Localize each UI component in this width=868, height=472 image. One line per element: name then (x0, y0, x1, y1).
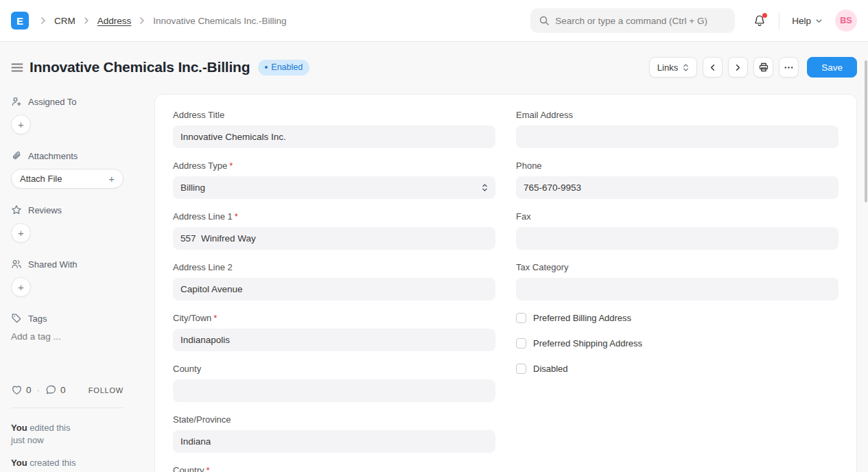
sidebar-divider (11, 408, 124, 408)
form-column-right: Email Address Phone Fax Tax Category (516, 110, 838, 472)
activity-actor: You (11, 423, 27, 433)
navbar-right: Help BS (735, 10, 857, 32)
comments-count: 0 (60, 385, 66, 395)
save-button[interactable]: Save (807, 57, 857, 78)
shared-with-label: Shared With (28, 259, 78, 270)
field-state-province: State/Province (173, 414, 495, 453)
chevron-right-icon (82, 16, 91, 25)
search-input[interactable] (555, 16, 727, 26)
user-plus-icon (11, 96, 22, 107)
required-asterisk: * (229, 161, 233, 171)
assigned-to-section: Assigned To (11, 96, 143, 107)
chevron-down-icon (815, 17, 823, 25)
field-county: County (173, 364, 495, 402)
top-navbar: E CRM Address Innovative Chemicals Inc.-… (0, 0, 868, 42)
selector-icon (683, 63, 689, 72)
field-label: Country (173, 465, 204, 472)
help-label: Help (792, 16, 811, 26)
checkbox-disabled[interactable]: Disabled (516, 364, 838, 374)
next-record-button[interactable] (728, 57, 748, 78)
field-label: City/Town (173, 313, 211, 323)
status-dot (265, 66, 268, 69)
address-type-select[interactable]: Billing (173, 176, 495, 199)
help-menu[interactable]: Help (792, 16, 823, 26)
email-address-input[interactable] (516, 126, 838, 148)
form-column-left: Address Title Address Type* Billing Addr… (173, 110, 495, 472)
app-logo[interactable]: E (11, 12, 29, 30)
required-asterisk: * (213, 313, 217, 323)
print-button[interactable] (753, 57, 773, 78)
add-assignment-button[interactable]: + (11, 115, 31, 134)
address-title-input[interactable] (173, 126, 495, 148)
field-address-line-1: Address Line 1* (173, 211, 495, 250)
add-tag-input[interactable]: Add a tag ... (11, 331, 143, 342)
global-search[interactable] (530, 8, 735, 33)
field-address-line-2: Address Line 2 (173, 262, 495, 300)
selector-icon (482, 183, 488, 192)
attachments-section: Attachments (11, 150, 143, 161)
field-address-title: Address Title (173, 110, 495, 148)
activity-action: created this (30, 458, 75, 468)
field-label: County (173, 364, 201, 374)
activity-entry: You created this 1 minute ago (11, 457, 143, 472)
prev-record-button[interactable] (703, 57, 723, 78)
field-label: Address Type (173, 161, 227, 171)
address-type-value: Billing (180, 182, 205, 193)
tags-section: Tags (11, 313, 143, 324)
add-share-button[interactable]: + (11, 277, 31, 297)
checkbox-preferred-billing-address[interactable]: Preferred Billing Address (516, 313, 838, 323)
status-badge-label: Enabled (271, 62, 303, 72)
user-avatar[interactable]: BS (835, 10, 857, 32)
address-line-1-input[interactable] (173, 227, 495, 250)
form-card: Address Title Address Type* Billing Addr… (154, 94, 857, 472)
field-email-address: Email Address (516, 110, 838, 148)
main-content: Assigned To + Attachments Attach File + … (0, 94, 868, 472)
more-options-button[interactable] (779, 57, 799, 78)
activity-actor: You (11, 458, 27, 468)
follow-button[interactable]: FOLLOW (89, 386, 124, 394)
chevron-right-icon (734, 63, 742, 72)
reviews-section: Reviews (11, 204, 143, 215)
checkbox-box[interactable] (516, 338, 526, 349)
address-line-2-input[interactable] (173, 278, 495, 300)
plus-icon: + (108, 173, 115, 185)
checkbox-box[interactable] (516, 313, 526, 323)
add-review-button[interactable]: + (11, 223, 31, 243)
heart-icon[interactable] (11, 384, 23, 396)
city-town-input[interactable] (173, 329, 495, 351)
page-title: Innovative Chemicals Inc.-Billing (30, 59, 250, 75)
activity-log: You edited this just now You created thi… (11, 422, 143, 472)
ellipsis-icon (784, 62, 794, 73)
breadcrumb-address[interactable]: Address (97, 16, 132, 26)
tax-category-input[interactable] (516, 278, 838, 300)
shared-with-section: Shared With (11, 259, 143, 270)
chevron-left-icon (708, 63, 717, 72)
field-city-town: City/Town* (173, 313, 495, 351)
activity-action: edited this (30, 423, 70, 433)
links-dropdown-button[interactable]: Links (649, 57, 697, 78)
fax-input[interactable] (516, 227, 838, 250)
checkbox-preferred-shipping-address[interactable]: Preferred Shipping Address (516, 338, 838, 349)
page-scrollbar[interactable] (865, 60, 867, 202)
chevron-right-icon (137, 16, 147, 25)
assigned-to-label: Assigned To (28, 97, 77, 107)
comment-icon[interactable] (45, 384, 57, 396)
state-province-input[interactable] (173, 430, 495, 453)
required-asterisk: * (235, 211, 238, 222)
users-icon (11, 259, 22, 270)
breadcrumb-crm[interactable]: CRM (54, 16, 75, 26)
tags-label: Tags (28, 314, 47, 324)
checkbox-box[interactable] (516, 364, 526, 374)
notifications-bell-icon[interactable] (753, 14, 766, 27)
reviews-label: Reviews (28, 205, 62, 215)
attach-file-button[interactable]: Attach File + (11, 169, 124, 189)
sidebar-toggle-icon[interactable] (11, 62, 23, 73)
field-label: Email Address (516, 110, 573, 120)
header-actions: Links Save (649, 57, 857, 78)
activity-time: just now (11, 435, 44, 445)
county-input[interactable] (173, 379, 495, 402)
field-label: Address Line 2 (173, 262, 233, 272)
checkbox-label: Preferred Shipping Address (533, 338, 642, 349)
attachments-label: Attachments (28, 151, 78, 161)
phone-input[interactable] (516, 176, 838, 199)
